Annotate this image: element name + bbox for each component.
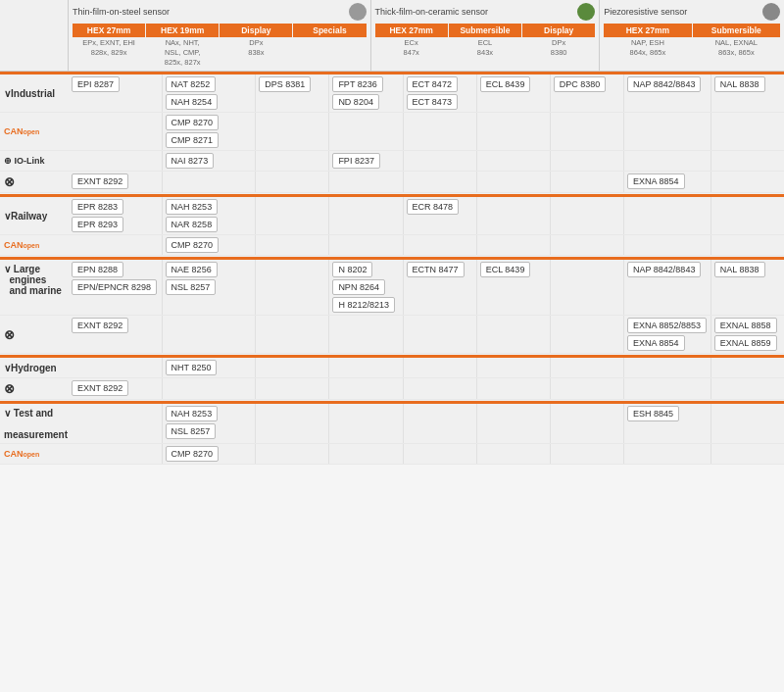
nap-8842-btn-1[interactable]: NAP 8842/8843	[627, 76, 701, 92]
le-thin-hex27: EPN 8288 EPN/EPNCR 8298	[69, 260, 163, 315]
piezo-group: Piezoresistive sensor HEX 27mm NAP, ESH8…	[600, 0, 784, 71]
ia-thick-hex27	[404, 172, 477, 192]
industrial-thin-hex19: NAT 8252 NAH 8254	[163, 74, 257, 112]
epr-8293-btn[interactable]: EPR 8293	[72, 217, 123, 232]
thin-display-detail: DPx838x	[220, 37, 292, 59]
exnt-8292-btn-h[interactable]: EXNT 8292	[72, 380, 128, 396]
ic-thick-sub	[477, 113, 551, 150]
industrial-thin-specials: FPT 8236 ND 8204	[329, 74, 403, 112]
ha-thin-hex27: EXNT 8292	[69, 378, 163, 399]
nap-8842-btn-le[interactable]: NAP 8842/8843	[627, 262, 701, 277]
dps-8381-btn[interactable]: DPS 8381	[259, 76, 311, 92]
thin-film-label: Thin-film-on-steel sensor	[73, 7, 170, 17]
exnt-8292-btn-le[interactable]: EXNT 8292	[72, 318, 128, 333]
epn-epncr-8298-btn[interactable]: EPN/EPNCR 8298	[72, 279, 157, 295]
le-piezo-sub: NAL 8838	[711, 260, 784, 315]
ha-thick-sub	[477, 378, 551, 399]
r-thin-hex19: NAH 8253 NAR 8258	[163, 197, 257, 234]
ectn-8477-btn[interactable]: ECTN 8477	[407, 262, 465, 277]
nd-8204-btn[interactable]: ND 8204	[332, 94, 379, 110]
r-thin-hex27: EPR 8283 EPR 8293	[69, 197, 163, 234]
thick-hex27-header: HEX 27mm	[375, 24, 448, 37]
piezo-sub-col: Submersible NAL, EXNAL863x, 865x	[693, 24, 780, 59]
rc-thin-display	[256, 235, 329, 255]
industrial-label[interactable]: ∨ Industrial	[0, 74, 69, 112]
ia-thick-display	[551, 172, 624, 192]
le-thin-hex19: NAE 8256 NSL 8257	[163, 260, 257, 315]
industrial-thin-display: DPS 8381	[256, 74, 329, 112]
exna-8854-btn-le[interactable]: EXNA 8854	[627, 335, 685, 351]
exnal-8858-btn[interactable]: EXNAL 8858	[714, 318, 777, 333]
ia-piezo-hex27: EXNA 8854	[624, 172, 711, 192]
ecl-8439-btn-1[interactable]: ECL 8439	[480, 76, 531, 92]
large-engines-text1: engines	[4, 274, 46, 285]
ecl-8439-btn-le[interactable]: ECL 8439	[480, 262, 531, 277]
ect-8472-btn[interactable]: ECT 8472	[407, 76, 458, 92]
test-text1: measurement	[4, 419, 68, 440]
cmp-8270-btn-r[interactable]: CMP 8270	[166, 237, 219, 253]
exnt-8292-btn-1[interactable]: EXNT 8292	[72, 173, 128, 189]
railway-chevron: ∨	[4, 211, 11, 222]
rc-thin-specials	[329, 235, 403, 255]
nah-8254-btn[interactable]: NAH 8254	[166, 94, 219, 110]
n-8202-btn[interactable]: N 8202	[332, 262, 372, 277]
ia-thin-specials	[329, 172, 403, 192]
npn-8264-btn[interactable]: NPN 8264	[332, 279, 385, 295]
le-thick-hex27: ECTN 8477	[404, 260, 477, 315]
test-canopen-row: CANopen CMP 8270	[0, 444, 784, 465]
label-spacer	[0, 0, 69, 71]
nsl-8257-btn-t[interactable]: NSL 8257	[166, 423, 217, 439]
h-thin-display	[256, 358, 329, 377]
tc-piezo-hex27	[624, 444, 711, 464]
epr-8283-btn[interactable]: EPR 8283	[72, 199, 123, 215]
esh-8845-btn[interactable]: ESH 8845	[627, 406, 679, 421]
lea-piezo-hex27: EXNA 8852/8853 EXNA 8854	[624, 316, 711, 353]
canopen-logo-2: CANopen	[4, 240, 39, 250]
industrial-iolink-row: ⊕ IO-Link NAI 8273 FPI 8237	[0, 151, 784, 172]
thin-specials-col: Specials	[293, 24, 366, 68]
industrial-thick-hex27: ECT 8472 ECT 8473	[404, 74, 477, 112]
nal-8838-btn-le[interactable]: NAL 8838	[714, 262, 765, 277]
exna-8854-btn-1[interactable]: EXNA 8854	[627, 173, 685, 189]
cmp-8270-btn-1[interactable]: CMP 8270	[166, 115, 219, 130]
piezo-label: Piezoresistive sensor	[604, 7, 687, 17]
nht-8250-btn[interactable]: NHT 8250	[166, 360, 218, 375]
nar-8258-btn[interactable]: NAR 8258	[166, 217, 219, 232]
nai-8273-btn[interactable]: NAI 8273	[166, 153, 215, 169]
epn-8288-btn[interactable]: EPN 8288	[72, 262, 123, 277]
thin-specials-detail	[293, 37, 366, 49]
dpc-8380-btn[interactable]: DPC 8380	[554, 76, 607, 92]
exna-8852-btn[interactable]: EXNA 8852/8853	[627, 318, 707, 333]
hydrogen-atex-data: EXNT 8292	[69, 378, 784, 399]
nah-8253-btn-r[interactable]: NAH 8253	[166, 199, 219, 215]
lea-thin-hex27: EXNT 8292	[69, 316, 163, 353]
nah-8253-btn-t[interactable]: NAH 8253	[166, 406, 219, 421]
thick-display-header: Display	[522, 24, 595, 37]
nat-8252-btn[interactable]: NAT 8252	[166, 76, 217, 92]
railway-label[interactable]: ∨ Railway	[0, 197, 69, 234]
ect-8473-btn[interactable]: ECT 8473	[407, 94, 458, 110]
cmp-8270-btn-t[interactable]: CMP 8270	[166, 446, 219, 462]
railway-canopen-row: CANopen CMP 8270	[0, 235, 784, 256]
ha-thin-specials	[329, 378, 403, 399]
test-label[interactable]: ∨ Test and measurement	[0, 404, 69, 443]
hydrogen-label[interactable]: ∨ Hydrogen	[0, 358, 69, 377]
h-8212-btn[interactable]: H 8212/8213	[332, 297, 395, 313]
t-thin-display	[256, 404, 329, 443]
test-canopen-data: CMP 8270	[69, 444, 784, 464]
nsl-8257-btn-le[interactable]: NSL 8257	[166, 279, 217, 295]
exnal-8859-btn[interactable]: EXNAL 8859	[714, 335, 777, 351]
nae-8256-btn[interactable]: NAE 8256	[166, 262, 218, 277]
ecr-8478-btn[interactable]: ECR 8478	[407, 199, 460, 215]
fpt-8236-btn[interactable]: FPT 8236	[332, 76, 382, 92]
atex-icon-1: ⊗	[4, 174, 15, 189]
fpi-8237-btn[interactable]: FPI 8237	[332, 153, 380, 169]
ia-thin-hex19	[163, 172, 257, 192]
r-piezo-hex27	[624, 197, 711, 234]
large-engines-label[interactable]: ∨ Large engines and marine	[0, 260, 69, 315]
test-canopen-label: CANopen	[0, 444, 69, 464]
piezo-title: Piezoresistive sensor	[604, 3, 780, 21]
nal-8838-btn-1[interactable]: NAL 8838	[714, 76, 765, 92]
cmp-8271-btn[interactable]: CMP 8271	[166, 132, 219, 148]
epi-8287-btn[interactable]: EPI 8287	[72, 76, 120, 92]
